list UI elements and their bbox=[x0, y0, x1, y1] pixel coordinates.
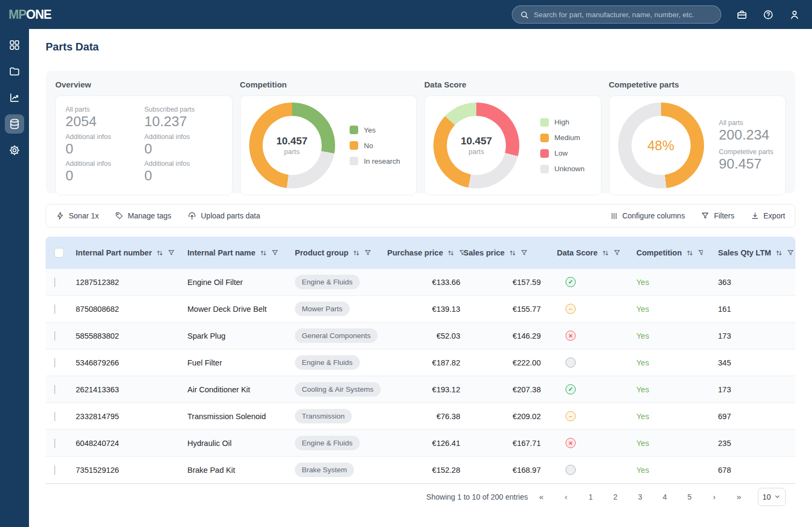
filter-icon[interactable] bbox=[271, 249, 279, 257]
sonar-button[interactable]: Sonar 1x bbox=[56, 211, 99, 220]
pagination-page-button[interactable]: 4 bbox=[653, 493, 677, 501]
table-row[interactable]: 6048240724 Hydraulic Oil Engine & Fluids… bbox=[46, 430, 795, 457]
search-input[interactable] bbox=[534, 11, 713, 19]
briefcase-icon[interactable] bbox=[735, 8, 748, 21]
table-row[interactable]: 5855883802 Spark Plug General Components… bbox=[46, 323, 795, 349]
help-icon[interactable] bbox=[762, 8, 774, 21]
cell-part-number: 5346879266 bbox=[76, 358, 187, 367]
pagination-last-button[interactable]: » bbox=[727, 492, 751, 501]
manage-tags-button[interactable]: Manage tags bbox=[115, 211, 171, 220]
cell-competition: Yes bbox=[624, 412, 703, 421]
filters-button[interactable]: Filters bbox=[701, 211, 734, 220]
sidebar-item-dashboard[interactable] bbox=[5, 35, 24, 55]
legend-label: No bbox=[364, 142, 373, 150]
table-row[interactable]: 5346879266 Fuel Filter Engine & Fluids €… bbox=[46, 349, 795, 376]
columns-icon bbox=[610, 212, 618, 220]
row-checkbox[interactable] bbox=[54, 277, 55, 287]
table-row[interactable]: 1287512382 Engine Oil Filter Engine & Fl… bbox=[46, 269, 795, 296]
sidebar-item-analytics[interactable] bbox=[5, 88, 24, 107]
sidebar-item-settings[interactable] bbox=[5, 141, 24, 160]
cell-purchase-price: €187.82 bbox=[387, 358, 463, 367]
sort-icon[interactable] bbox=[601, 249, 610, 257]
col-header-sales-qty-ltm: Sales Qty LTM bbox=[703, 248, 795, 257]
stat-label: Additional infos bbox=[66, 160, 144, 167]
cell-sales-qty: 697 bbox=[703, 412, 795, 421]
competitive-parts-donut-value: 48% bbox=[647, 138, 674, 153]
pagination-page-button[interactable]: 3 bbox=[628, 493, 653, 501]
table-row[interactable]: 2621413363 Air Conditioner Kit Cooling &… bbox=[46, 376, 795, 403]
page-size-select[interactable]: 10 bbox=[758, 488, 786, 506]
pagination-first-button[interactable]: « bbox=[529, 492, 554, 501]
data-score-legend: High Medium Low bbox=[540, 118, 584, 173]
stat-value: 10.237 bbox=[144, 114, 223, 129]
row-checkbox[interactable] bbox=[54, 385, 55, 394]
global-search[interactable] bbox=[512, 5, 721, 24]
table-row[interactable]: 7351529126 Brake Pad Kit Brake System €1… bbox=[46, 457, 795, 484]
cell-competition: Yes bbox=[624, 439, 703, 448]
folder-icon bbox=[9, 65, 20, 77]
sort-icon[interactable] bbox=[775, 249, 783, 257]
row-checkbox[interactable] bbox=[54, 412, 55, 421]
pagination-prev-button[interactable]: ‹ bbox=[554, 492, 578, 501]
filter-icon[interactable] bbox=[459, 249, 463, 257]
legend-item: Medium bbox=[540, 134, 584, 142]
legend-item: No bbox=[350, 141, 400, 150]
cell-part-name: Air Conditioner Kit bbox=[187, 385, 295, 394]
cell-sales-price: €157.59 bbox=[463, 278, 544, 287]
search-icon bbox=[520, 10, 529, 19]
sidebar-item-folders[interactable] bbox=[5, 62, 24, 81]
legend-swatch bbox=[540, 134, 549, 142]
sidebar-item-parts-data[interactable] bbox=[5, 114, 24, 134]
cell-competition: Yes bbox=[624, 358, 703, 367]
pagination-page-button[interactable]: 1 bbox=[578, 493, 603, 501]
sort-icon[interactable] bbox=[352, 249, 360, 257]
upload-icon bbox=[187, 211, 197, 221]
upload-parts-data-button[interactable]: Upload parts data bbox=[187, 211, 260, 221]
competitive-stat: All parts 200.234 bbox=[719, 119, 773, 143]
export-button[interactable]: Export bbox=[751, 211, 785, 220]
overview-stat: Additional infos 0 bbox=[66, 133, 144, 160]
filter-icon[interactable] bbox=[168, 249, 175, 257]
pagination-page-button[interactable]: 5 bbox=[677, 493, 702, 501]
data-score-donut-value: 10.457 bbox=[461, 135, 492, 147]
sort-icon[interactable] bbox=[509, 249, 517, 257]
row-checkbox[interactable] bbox=[54, 331, 55, 341]
col-header-internal-part-name: Internal Part name bbox=[187, 248, 295, 257]
select-all-checkbox[interactable] bbox=[54, 248, 64, 258]
legend-swatch bbox=[350, 157, 358, 165]
col-header-sales-price: Sales price bbox=[463, 248, 544, 257]
filter-icon[interactable] bbox=[613, 249, 621, 257]
configure-columns-button[interactable]: Configure columns bbox=[610, 211, 685, 220]
filter-icon[interactable] bbox=[698, 249, 703, 257]
filter-icon[interactable] bbox=[364, 249, 372, 257]
table-row[interactable]: 2332814795 Transmission Solenoid Transmi… bbox=[46, 403, 795, 430]
sort-icon[interactable] bbox=[447, 249, 455, 257]
row-checkbox[interactable] bbox=[54, 438, 55, 448]
user-icon[interactable] bbox=[788, 8, 801, 21]
sort-icon[interactable] bbox=[156, 249, 164, 257]
pagination-page-button[interactable]: 2 bbox=[603, 493, 628, 501]
overview-stat: All parts 2054 bbox=[66, 106, 144, 133]
filter-icon[interactable] bbox=[787, 249, 794, 257]
data-score-title: Data Score bbox=[424, 80, 601, 89]
legend-label: High bbox=[554, 118, 569, 126]
cell-sales-price: €167.71 bbox=[463, 439, 544, 448]
settings-icon bbox=[9, 144, 20, 156]
table-row[interactable]: 8750808682 Mower Deck Drive Belt Mower P… bbox=[46, 296, 795, 323]
product-group-badge: Engine & Fluids bbox=[295, 436, 360, 450]
row-checkbox[interactable] bbox=[54, 304, 55, 314]
pagination-next-button[interactable]: › bbox=[702, 492, 727, 501]
sort-icon[interactable] bbox=[259, 249, 267, 257]
pagination: « ‹ 12345 › » bbox=[529, 492, 751, 501]
sort-icon[interactable] bbox=[686, 249, 694, 257]
configure-columns-label: Configure columns bbox=[622, 211, 685, 220]
legend-swatch bbox=[350, 126, 358, 134]
stat-value: 0 bbox=[144, 168, 223, 184]
row-checkbox[interactable] bbox=[54, 358, 55, 368]
legend-swatch bbox=[350, 141, 358, 150]
legend-item: In research bbox=[350, 157, 400, 165]
row-checkbox[interactable] bbox=[54, 465, 55, 475]
competition-donut-chart: 10.457 parts bbox=[249, 103, 335, 188]
dashboard-icon bbox=[9, 39, 20, 51]
filter-icon[interactable] bbox=[520, 249, 528, 257]
